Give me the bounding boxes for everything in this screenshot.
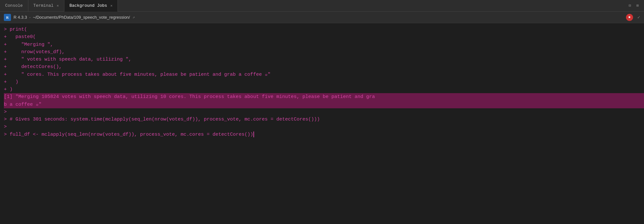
check-icon[interactable]: ✓ [638, 15, 640, 20]
tab-console[interactable]: Console [0, 0, 28, 12]
mclapply-code: full_df <- mclapply(seq_len(nrow(votes_d… [10, 131, 253, 138]
tab-background-jobs-close-icon[interactable]: ✕ [110, 4, 113, 8]
console-line-9: + ) [4, 86, 644, 93]
console-line-1: > print( [4, 26, 644, 33]
r-version-text: R 4.3.3 · ~/Documents/PhData/109_speech_… [14, 15, 130, 20]
tab-console-label: Console [5, 3, 23, 8]
console-line-3: + "Merging ", [4, 41, 644, 48]
r-version-label: R 4.3.3 [14, 15, 27, 20]
console-content: > print( + paste0( + "Merging ", + nrow(… [0, 23, 644, 224]
maximize-icon[interactable]: ⊞ [635, 3, 640, 8]
console-line-6: + detectCores(), [4, 63, 644, 71]
tab-background-jobs[interactable]: Background Jobs ✕ [64, 0, 118, 12]
stop-icon: ■ [629, 15, 630, 19]
console-output-line-2: b a coffee ☕" [4, 101, 644, 108]
tab-terminal-close-icon[interactable]: ✕ [57, 4, 59, 8]
tab-background-jobs-label: Background Jobs [70, 3, 107, 8]
console-line-7: + " cores. This process takes about five… [4, 71, 644, 78]
console-line-2: + paste0( [4, 33, 644, 41]
console-line-5: + " votes with speech data, utilizing ", [4, 56, 644, 63]
r-logo-icon: R [4, 14, 11, 21]
console-line-mclapply: > full_df <- mclapply(seq_len(nrow(votes… [4, 131, 644, 138]
prompt-icon-3: > [4, 117, 10, 122]
path-link-icon[interactable]: ⇗ [133, 15, 135, 20]
console-line-comment: > # Gives 301 seconds: system.time(mclap… [4, 116, 644, 123]
console-output-line-1: [1] "Merging 105824 votes with speech da… [4, 93, 644, 101]
working-directory-path: ~/Documents/PhData/109_speech_vote_regre… [33, 15, 130, 20]
tab-actions: ⊟ ⊞ [627, 3, 644, 8]
minimize-icon[interactable]: ⊟ [627, 3, 632, 8]
text-cursor [253, 131, 254, 137]
console-line-4: + nrow(votes_df), [4, 48, 644, 56]
stop-button[interactable]: ■ [626, 14, 633, 21]
console-line-8: + ) [4, 78, 644, 86]
prompt-icon-4: > [4, 124, 7, 130]
tab-bar: Console Terminal ✕ Background Jobs ✕ ⊟ ⊞ [0, 0, 644, 12]
console-line-prompt-empty: > [4, 108, 644, 116]
prompt-icon-5: > [4, 131, 10, 138]
path-bar: R R 4.3.3 · ~/Documents/PhData/109_speec… [0, 12, 644, 23]
tab-terminal-label: Terminal [33, 3, 53, 8]
prompt-icon-2: > [4, 109, 7, 115]
tab-terminal[interactable]: Terminal ✕ [28, 0, 64, 12]
prompt-icon-1: > [4, 27, 10, 32]
console-line-prompt-empty-2: > [4, 123, 644, 131]
